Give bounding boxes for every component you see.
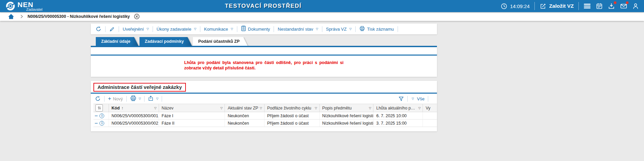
filter-dropdown-icon[interactable]: ▽ <box>417 106 421 110</box>
filter-dropdown-icon[interactable]: ▽ <box>153 106 157 110</box>
cell-kod[interactable]: N006/25/V00005300/002 <box>109 120 159 127</box>
tab-underline <box>91 46 437 47</box>
filter-dropdown-icon[interactable]: ▽ <box>314 106 317 110</box>
refresh-icon[interactable] <box>95 26 102 32</box>
filter-icon[interactable] <box>398 96 404 102</box>
record-toolbar: Uveřejnění ▽ Úkony zadavatele ▽ Komunika… <box>91 24 437 34</box>
menu-ukony-zadavatele[interactable]: Úkony zadavatele ▽ <box>157 27 196 32</box>
cell-nazev: Fáze II <box>159 120 225 127</box>
new-part-label: Nový <box>113 96 123 101</box>
topbar: NEN Zadavatel TESTOVACÍ PROSTŘEDÍ 14:09:… <box>0 0 644 12</box>
chevron-down-icon: ▽ <box>139 97 141 100</box>
nen-app-screen: NEN Zadavatel TESTOVACÍ PROSTŘEDÍ 14:09:… <box>0 0 644 161</box>
cell-vy <box>423 112 437 119</box>
table-row[interactable]: ••• i N006/25/V00005300/001 Fáze I Neuko… <box>93 112 437 120</box>
topbar-actions: 14:09:24 Založit VZ <box>500 0 639 12</box>
view-all-label: Vše <box>417 96 425 101</box>
column-label: Podfáze životního cyklu <box>267 106 311 110</box>
chevron-right-icon <box>19 14 24 19</box>
tab-zadavaci-podminky[interactable]: Zadávací podmínky <box>139 37 192 46</box>
cell-lhuta: 3. 7. 2025 15:00 <box>373 120 423 127</box>
column-label: Lhůta aktuálního podání <box>376 106 417 110</box>
create-vz-label: Založit VZ <box>549 3 574 9</box>
document-icon <box>241 26 246 32</box>
filter-dropdown-icon[interactable]: ▽ <box>219 106 223 110</box>
view-all-selector[interactable]: ▽ Vše <box>411 96 425 101</box>
plus-icon: + <box>108 96 111 101</box>
cell-stav: Neukončen <box>225 120 264 127</box>
edit-record-icon[interactable] <box>109 26 115 32</box>
info-icon[interactable]: i <box>99 114 104 118</box>
menu-label: Komunikace <box>204 27 228 32</box>
tab-zakladni-udaje[interactable]: Základní údaje <box>96 37 138 46</box>
filter-dropdown-icon[interactable]: ▽ <box>368 106 371 110</box>
tab-content-message: Lhůta pro podání byla stanovena pro část… <box>91 47 437 77</box>
grid-refresh-icon[interactable] <box>95 96 101 102</box>
environment-title: TESTOVACÍ PROSTŘEDÍ <box>225 0 301 12</box>
server-time: 14:09:24 <box>500 2 529 10</box>
breadcrumb-record-label[interactable]: N006/25/V00005300 - Nízkouhlíkové řešení… <box>28 14 130 19</box>
user-icon[interactable] <box>632 2 639 10</box>
grid-export-button[interactable]: ▽ <box>148 95 158 102</box>
chevron-down-icon: ▽ <box>412 97 414 100</box>
row-menu-icon[interactable]: ••• <box>95 115 97 117</box>
menu-label: Nestandardní stav <box>278 27 313 32</box>
column-header-vy[interactable]: Vy <box>423 104 437 112</box>
cell-nazev: Fáze I <box>159 112 225 119</box>
page-body: Uveřejnění ▽ Úkony zadavatele ▽ Komunika… <box>0 21 644 161</box>
column-label: Popis předmětu <box>322 106 352 110</box>
column-header-stav[interactable]: Aktuální stav ZP ▽ <box>225 104 264 112</box>
menu-dokumenty[interactable]: Dokumenty <box>241 26 270 32</box>
home-icon[interactable] <box>7 13 15 20</box>
breadcrumb: N006/25/V00005300 - Nízkouhlíkové řešení… <box>0 12 644 21</box>
menu-tisk-zaznamu[interactable]: Tisk záznamu <box>359 26 394 32</box>
column-header-nazev[interactable]: Název ▽ <box>159 104 225 112</box>
menu-label: Správa VZ <box>326 27 347 32</box>
chevron-down-icon: ▽ <box>231 27 233 31</box>
nen-logo[interactable]: NEN Zadavatel <box>5 1 33 11</box>
section-rule <box>91 55 437 56</box>
row-menu-icon[interactable]: ••• <box>95 122 97 125</box>
column-header-podfaze[interactable]: Podfáze životního cyklu ▽ <box>265 104 320 112</box>
filter-dropdown-icon[interactable]: ▽ <box>258 106 262 110</box>
cell-lhuta: 6. 7. 2025 10:00 <box>373 112 423 119</box>
time-value: 14:09:24 <box>510 3 529 9</box>
menu-uverejneni[interactable]: Uveřejnění ▽ <box>123 27 149 32</box>
grid-print-button[interactable]: ▽ <box>130 95 141 102</box>
warning-line-2: zobrazte vždy detail příslušné části. <box>184 65 344 71</box>
topbar-separator <box>534 2 535 10</box>
edit-icon <box>539 2 547 10</box>
mail-icon[interactable] <box>620 2 627 10</box>
cell-popis: Nízkouhlíkové řešení logistiky <box>320 112 374 119</box>
column-label: Aktuální stav ZP <box>228 106 258 110</box>
menu-sprava-vz[interactable]: Správa VZ ▽ <box>326 27 352 32</box>
column-header-kod[interactable]: Kód ↑ ▽ <box>109 104 159 112</box>
info-icon[interactable]: i <box>99 121 104 126</box>
grid-toolbar: + Nový ▽ ▽ <box>91 94 437 104</box>
menu-nestandardni-stav[interactable]: Nestandardní stav ▽ <box>278 27 318 32</box>
parts-administration-section: Administrace částí veřejné zakázky + Nov… <box>91 81 437 131</box>
tabstrip: Základní údaje Zadávací podmínky Podání … <box>96 37 249 46</box>
table-row[interactable]: ••• i N006/25/V00005300/002 Fáze II Neuk… <box>93 120 437 127</box>
close-record-icon[interactable] <box>133 13 140 20</box>
create-vz-button[interactable]: Založit VZ <box>539 2 574 10</box>
logo-subtitle: Zadavatel <box>26 7 42 11</box>
column-header-lhuta[interactable]: Lhůta aktuálního podání ▽ <box>373 104 423 112</box>
cell-kod[interactable]: N006/25/V00005300/001 <box>109 112 159 119</box>
share-export-icon <box>148 95 154 102</box>
sort-asc-icon: ↑ <box>121 106 123 110</box>
tab-label: Podání účastníků ZP <box>193 37 248 46</box>
cell-podfaze: Příjem žádostí o účast <box>265 120 320 127</box>
tab-podani-ucastniku[interactable]: Podání účastníků ZP <box>193 37 248 46</box>
parts-table: Kód ↑ ▽ Název ▽ Aktuální stav ZP ▽ Podfá… <box>93 104 437 127</box>
deadline-warning: Lhůta pro podání byla stanovena pro část… <box>184 60 344 71</box>
menu-komunikace[interactable]: Komunikace ▽ <box>204 27 233 32</box>
column-label: Název <box>162 106 173 110</box>
column-settings-icon[interactable] <box>95 104 103 111</box>
column-header-popis[interactable]: Popis předmětu ▽ <box>320 104 374 112</box>
downloads-icon[interactable] <box>608 2 615 10</box>
calendar-icon[interactable] <box>596 2 603 10</box>
menu-label: Úkony zadavatele <box>157 27 191 32</box>
menu-icon[interactable] <box>583 2 591 10</box>
new-part-button[interactable]: + Nový <box>108 96 123 101</box>
